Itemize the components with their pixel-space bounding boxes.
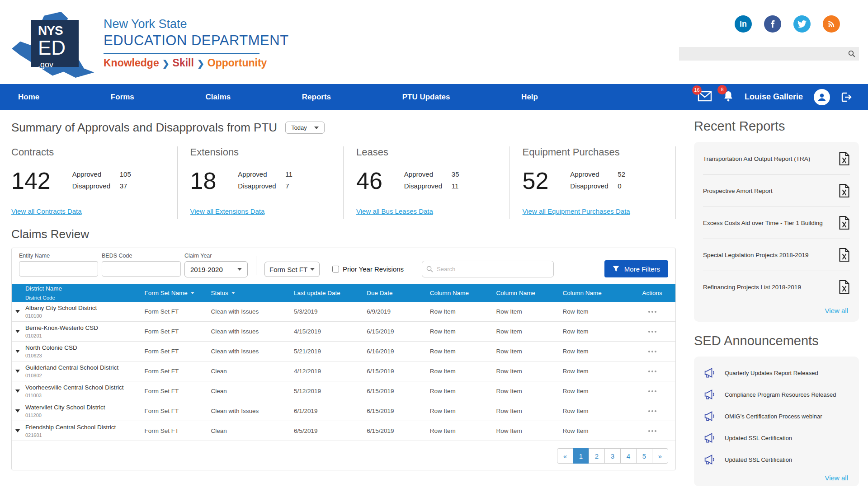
row-expand-icon[interactable]: [15, 370, 20, 373]
row-item-cell: Row Item: [430, 328, 496, 335]
nysed-logo: NYS ED .gov: [18, 11, 97, 79]
row-actions-button[interactable]: [629, 351, 675, 352]
status-cell: Clean with Issues: [211, 348, 294, 355]
announcements-view-all-link[interactable]: View all: [694, 470, 859, 483]
col-status[interactable]: Status: [211, 290, 294, 296]
card-equipment-purchases: Equipment Purchases 52 Approved52 Disapp…: [510, 146, 676, 219]
pagination-prev[interactable]: «: [557, 448, 573, 464]
row-actions-button[interactable]: [629, 371, 675, 372]
report-item[interactable]: Prospective Amort Report: [703, 175, 850, 207]
beds-code-input[interactable]: [102, 261, 181, 277]
col-actions: Actions: [629, 290, 675, 296]
announcement-label: OMIG's Certification Process webinar: [725, 413, 822, 420]
pagination-page-2[interactable]: 2: [589, 448, 605, 464]
pagination-page-4[interactable]: 4: [620, 448, 637, 464]
report-item[interactable]: Transportation Aid Output Report (TRA): [703, 143, 850, 175]
claims-search-input[interactable]: [422, 261, 553, 277]
announcement-item[interactable]: Updated SSL Certification: [694, 427, 859, 449]
excel-file-icon[interactable]: [839, 216, 850, 230]
pagination-page-5[interactable]: 5: [636, 448, 652, 464]
view-equipment-purchases-link[interactable]: View all Equipment Purchases Data: [523, 207, 630, 215]
claim-year-select[interactable]: 2019-2020: [184, 261, 248, 277]
row-expand-icon[interactable]: [15, 389, 20, 393]
logo-text-ed: ED: [38, 38, 79, 58]
beds-code-label: BEDS Code: [102, 253, 181, 259]
pagination-page-3[interactable]: 3: [604, 448, 621, 464]
district-code: 010623: [25, 353, 77, 358]
view-contracts-link[interactable]: View all Contracts Data: [11, 207, 82, 215]
excel-file-icon[interactable]: [839, 184, 850, 197]
row-actions-button[interactable]: [629, 331, 675, 333]
tagline-opportunity: Opportunity: [208, 57, 267, 69]
nav-item-forms[interactable]: Forms: [111, 93, 134, 102]
prior-year-revisions-checkbox[interactable]: Prior Year Revisions: [332, 265, 404, 273]
report-item[interactable]: Refinancing Projects List 2018-2019: [703, 271, 850, 303]
view-extensions-link[interactable]: View all Extensions Data: [190, 207, 265, 215]
person-icon: [816, 92, 827, 103]
filter-divider: [256, 256, 256, 275]
row-expand-icon[interactable]: [15, 429, 20, 432]
form-set-select[interactable]: Form Set FT: [264, 262, 320, 277]
excel-file-icon[interactable]: [839, 248, 850, 262]
search-icon[interactable]: [848, 50, 856, 58]
nav-item-reports[interactable]: Reports: [302, 93, 331, 102]
report-item[interactable]: Excess Costs Aid over Time - Tier 1 Buil…: [703, 207, 850, 239]
row-item-cell: Row Item: [562, 388, 629, 394]
row-actions-button[interactable]: [629, 410, 675, 412]
report-item[interactable]: Special Legislation Projects 2018-2019: [703, 239, 850, 271]
announcements-card: Quarterly Updates Report Released Compli…: [694, 357, 859, 486]
table-row: Berne-Knox-Westerlo CSD010201 Form Set F…: [12, 322, 675, 342]
more-filters-button[interactable]: More Filters: [604, 260, 668, 277]
prior-year-revisions-input[interactable]: [332, 266, 339, 272]
row-actions-button[interactable]: [629, 311, 675, 313]
col-column-name-1: Column Name: [430, 290, 496, 296]
site-search-input[interactable]: [679, 47, 859, 61]
excel-file-icon[interactable]: [839, 152, 850, 165]
announcement-item[interactable]: Quarterly Updates Report Released: [694, 362, 859, 384]
rss-icon[interactable]: [823, 15, 840, 33]
user-avatar-button[interactable]: [814, 89, 830, 105]
view-bus-leases-link[interactable]: View all Bus Leases Data: [356, 207, 433, 215]
period-select[interactable]: Today: [285, 122, 325, 134]
last-update-cell: 6/1/2019: [294, 408, 367, 414]
excel-file-icon[interactable]: [839, 280, 850, 294]
report-label: Excess Costs Aid over Time - Tier 1 Buil…: [703, 220, 827, 226]
due-date-cell: 6/9/2019: [367, 308, 429, 315]
card-total: 18: [190, 169, 217, 194]
nav-item-home[interactable]: Home: [18, 93, 39, 102]
district-code: 010201: [25, 333, 98, 338]
claims-panel: Entity Name BEDS Code Claim Year 2019-20…: [11, 248, 676, 470]
announcement-item[interactable]: Compliance Program Resources Released: [694, 384, 859, 405]
district-code: 011003: [25, 393, 124, 398]
reports-view-all-link[interactable]: View all: [694, 303, 859, 316]
col-form-set-name[interactable]: Form Set Name: [145, 290, 211, 296]
nav-item-claims[interactable]: Claims: [205, 93, 231, 102]
logout-icon[interactable]: [841, 92, 853, 103]
tagline-knowledge: Knowledge: [104, 57, 159, 69]
pagination-next[interactable]: »: [652, 448, 668, 464]
row-expand-icon[interactable]: [15, 330, 20, 333]
brand-line2: EDUCATION DEPARTMENT: [104, 33, 289, 49]
nav-item-help[interactable]: Help: [521, 93, 538, 102]
row-expand-icon[interactable]: [15, 350, 20, 353]
row-expand-icon[interactable]: [15, 409, 20, 413]
row-item-cell: Row Item: [496, 328, 563, 335]
notifications-button[interactable]: 8: [723, 90, 734, 104]
twitter-icon[interactable]: [793, 15, 811, 33]
row-item-cell: Row Item: [562, 408, 629, 414]
announcement-item[interactable]: Updated SSL Certification: [694, 449, 859, 470]
nav-item-ptu-updates[interactable]: PTU Updates: [402, 93, 450, 102]
facebook-icon[interactable]: [764, 15, 781, 33]
announcement-item[interactable]: OMIG's Certification Process webinar: [694, 405, 859, 427]
messages-button[interactable]: 16: [698, 91, 712, 103]
district-code: 010100: [25, 313, 97, 319]
pagination-page-1[interactable]: 1: [573, 448, 589, 464]
card-total: 46: [356, 169, 382, 194]
entity-name-input[interactable]: [19, 261, 98, 277]
sort-caret-icon: [231, 292, 235, 294]
row-actions-button[interactable]: [629, 390, 675, 392]
district-name: Albany City School District: [25, 305, 97, 311]
row-expand-icon[interactable]: [15, 310, 20, 313]
linkedin-icon[interactable]: in: [735, 15, 752, 33]
row-actions-button[interactable]: [629, 430, 675, 432]
